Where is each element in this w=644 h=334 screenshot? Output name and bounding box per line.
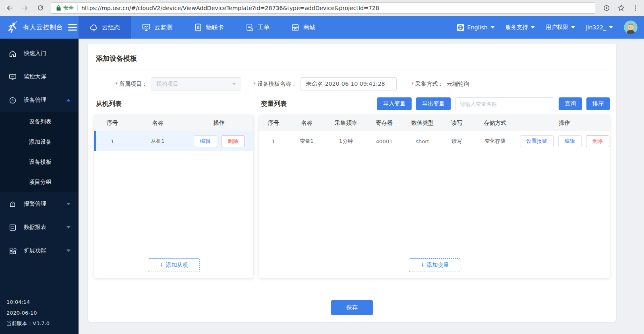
forward-icon[interactable] [20, 3, 30, 13]
avatar[interactable] [624, 21, 638, 34]
user-menu[interactable]: jin322_ [586, 24, 613, 31]
secure-label: 安全 [63, 4, 74, 12]
submenu-item-label: 添加设备 [29, 138, 52, 146]
nav-item-cloud-monitor[interactable]: 云监测 [131, 16, 183, 39]
nav-item-work-order[interactable]: 工单 [235, 16, 280, 39]
column-header: 操作 [519, 120, 610, 127]
sidebar-item-label: 数据报表 [24, 224, 46, 231]
column-header: 操作 [185, 120, 253, 127]
column-header: 读写 [443, 120, 471, 127]
submenu-item-label: 设备模板 [29, 159, 52, 166]
bookmark-star-icon[interactable] [617, 4, 625, 12]
nav-item-label: 工单 [257, 24, 269, 31]
delete-slave-button[interactable]: 删除 [222, 135, 245, 147]
sidebar-item-extensions[interactable]: 扩展功能 [0, 239, 79, 262]
browser-menu-icon[interactable] [632, 4, 639, 12]
usr-logo-icon [6, 21, 19, 34]
collect-mode-label: 采集方式： [415, 80, 443, 88]
nav-item-label: 物联卡 [206, 24, 224, 31]
browser-chrome: 安全 https://mp.usr.cn/#/cloudV2/device/Vi… [0, 0, 644, 16]
version-label: 当前版本：V3.7.0 [6, 318, 72, 329]
sidebar-item-data-report[interactable]: 数据报表 [0, 216, 79, 239]
sidebar-item-device-management[interactable]: 设备管理 [0, 89, 79, 112]
chevron-down-icon [232, 83, 236, 85]
back-icon[interactable] [5, 3, 14, 13]
brand[interactable]: 有人云控制台 [0, 16, 79, 39]
screen: 安全 https://mp.usr.cn/#/cloudV2/device/Vi… [0, 0, 644, 334]
sidebar-item-label: 扩展功能 [24, 247, 46, 254]
extensions-grid-icon [9, 247, 17, 255]
query-button[interactable]: 查询 [559, 97, 582, 110]
submenu-item-device-list[interactable]: 设备列表 [0, 112, 79, 132]
nav-item-cloud-scada[interactable]: 云组态 [79, 16, 131, 39]
sidebar-item-quick-start[interactable]: 快速入门 [0, 42, 79, 65]
hamburger-icon[interactable] [68, 24, 77, 31]
submenu-item-add-device[interactable]: 添加设备 [0, 132, 79, 152]
submenu-item-label: 项目分组 [29, 179, 52, 186]
delete-variable-button[interactable]: 删除 [586, 135, 609, 147]
export-variables-button[interactable]: 导出变量 [416, 97, 451, 110]
sim-card-icon [194, 23, 202, 31]
slave-index: 1 [94, 138, 130, 144]
table-row[interactable]: 1 从机1 编辑 删除 [94, 131, 253, 151]
sidebar-item-label: 设备管理 [24, 97, 46, 104]
template-form: * 所属项目： 我的项目 * 设备模板名称： * 采集方 [94, 77, 610, 91]
sidebar-footer: 10:04:14 2020-06-10 当前版本：V3.7.0 [0, 297, 79, 334]
variable-storage: 变化存储 [471, 138, 519, 145]
template-name-input[interactable] [300, 77, 397, 91]
edit-variable-button[interactable]: 编辑 [558, 135, 582, 147]
collect-mode-value: 云端轮询 [447, 80, 469, 88]
slave-table-header: 序号 名称 操作 [94, 115, 253, 131]
chevron-down-icon [571, 26, 575, 29]
import-variables-button[interactable]: 导入变量 [377, 97, 412, 110]
variable-search-input[interactable] [455, 97, 554, 110]
save-button[interactable]: 保存 [331, 300, 373, 315]
sidebar-item-label: 监控大屏 [24, 73, 46, 80]
column-header: 名称 [130, 120, 185, 127]
submenu-item-device-template[interactable]: 设备模板 [0, 152, 79, 172]
alarm-bell-icon [9, 200, 17, 208]
column-header: 寄存器 [366, 120, 402, 127]
username-label: jin322_ [586, 24, 606, 31]
chevron-down-icon [66, 226, 70, 229]
add-template-card: 添加设备模板 * 所属项目： 我的项目 * 设备模板名称： [88, 44, 616, 322]
nav-item-mall[interactable]: 商城 [280, 16, 326, 39]
table-row[interactable]: 1 变量1 1分钟 40001 short 读写 变化存储 设置报警 编辑 删除 [259, 131, 610, 151]
set-alarm-button[interactable]: 设置报警 [520, 135, 554, 147]
nav-item-label: 云监测 [154, 24, 172, 31]
nav-item-iot-card[interactable]: 物联卡 [183, 16, 235, 39]
url-text[interactable]: https://mp.usr.cn/#/cloudV2/device/ViewA… [81, 5, 379, 11]
clock-time: 10:04:14 [6, 297, 72, 308]
nav-item-label: 云组态 [102, 24, 120, 31]
support-menu[interactable]: 服务支持 [505, 24, 535, 31]
column-header: 采集频率 [326, 120, 366, 127]
sort-button[interactable]: 排序 [586, 97, 610, 110]
project-select[interactable]: 我的项目 [151, 77, 241, 91]
chevron-down-icon [609, 26, 613, 29]
project-select-value: 我的项目 [156, 80, 178, 88]
secure-indicator[interactable]: 安全 [56, 4, 74, 12]
variable-list-panel: 序号 名称 采集频率 寄存器 数值类型 读写 存储方式 操作 1 变量1 [259, 115, 610, 278]
work-order-icon [246, 23, 254, 31]
sidebar-item-label: 报警管理 [24, 200, 46, 208]
page-target-icon[interactable] [603, 4, 611, 12]
address-bar[interactable]: 安全 https://mp.usr.cn/#/cloudV2/device/Vi… [51, 2, 595, 14]
variable-index: 1 [259, 138, 288, 144]
sidebar: 快速入门 监控大屏 设备管理 设备列表 添加设备 [0, 39, 79, 334]
big-screen-icon [9, 73, 17, 81]
language-selector[interactable]: English [457, 24, 495, 31]
sidebar-item-big-screen[interactable]: 监控大屏 [0, 65, 79, 89]
add-variable-button[interactable]: + 添加变量 [409, 258, 460, 272]
nav-right: English 服务支持 用户权限 jin322_ [457, 16, 644, 39]
submenu-item-project-group[interactable]: 项目分组 [0, 172, 79, 192]
permission-menu[interactable]: 用户权限 [546, 24, 575, 31]
project-label: 所属项目： [119, 80, 147, 88]
slave-list-title: 从机列表 [94, 100, 253, 108]
sidebar-item-label: 快速入门 [24, 50, 46, 57]
reload-icon[interactable] [35, 3, 45, 13]
edit-slave-button[interactable]: 编辑 [194, 135, 217, 147]
add-slave-button[interactable]: + 添加从机 [148, 258, 199, 272]
sidebar-item-alarm-management[interactable]: 报警管理 [0, 192, 79, 216]
globe-icon [457, 24, 464, 31]
variable-name: 变量1 [288, 138, 326, 145]
